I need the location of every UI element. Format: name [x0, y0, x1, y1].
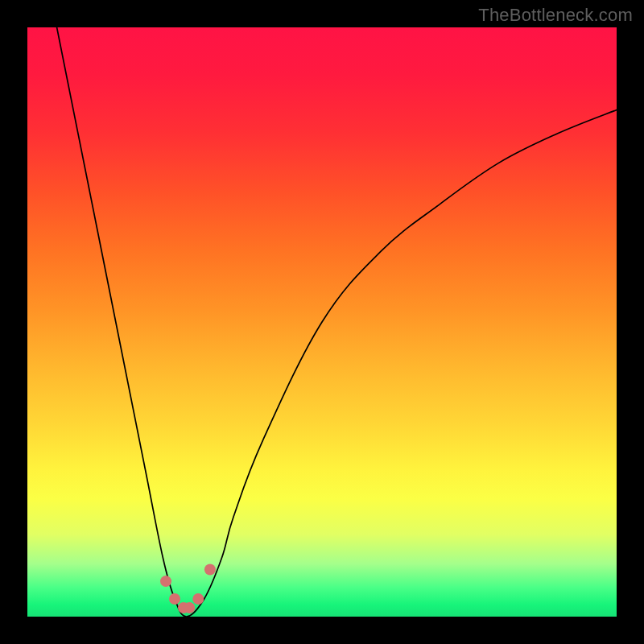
- marker-dot: [204, 564, 216, 575]
- chart-container: TheBottleneck.com: [0, 0, 644, 644]
- marker-dot: [169, 593, 180, 605]
- bottleneck-curve: [57, 27, 617, 617]
- marker-group: [160, 564, 216, 613]
- marker-dot: [184, 602, 195, 613]
- watermark-label: TheBottleneck.com: [478, 5, 633, 26]
- chart-svg: [27, 27, 617, 617]
- marker-dot: [160, 576, 171, 587]
- marker-dot: [192, 593, 204, 605]
- plot-area: [27, 27, 617, 617]
